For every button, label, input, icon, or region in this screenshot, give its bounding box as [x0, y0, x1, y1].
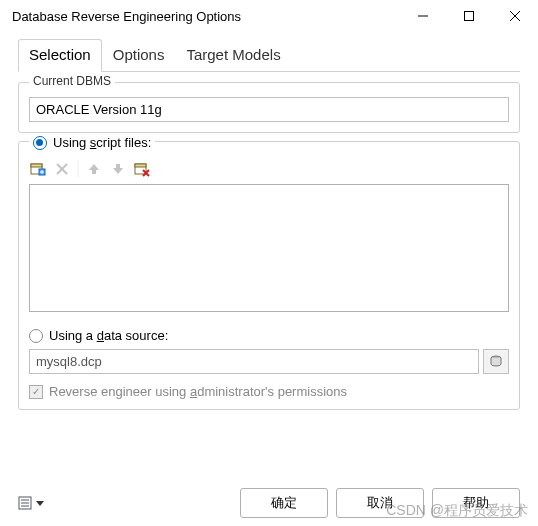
- script-files-label: Using script files:: [53, 135, 151, 150]
- database-icon: [489, 355, 503, 369]
- move-down-icon[interactable]: [109, 160, 127, 178]
- footer-menu[interactable]: [18, 495, 44, 511]
- options-menu-icon: [18, 495, 34, 511]
- data-source-input[interactable]: mysql8.dcp: [29, 349, 479, 374]
- ok-button[interactable]: 确定: [240, 488, 328, 518]
- cancel-button[interactable]: 取消: [336, 488, 424, 518]
- script-files-radio-row[interactable]: Using script files:: [29, 135, 155, 150]
- help-button[interactable]: 帮助: [432, 488, 520, 518]
- dropdown-arrow-icon: [36, 499, 44, 507]
- script-file-list[interactable]: [29, 184, 509, 312]
- window-title: Database Reverse Engineering Options: [12, 9, 400, 24]
- window-controls: [400, 0, 538, 32]
- data-source-label: Using a data source:: [49, 328, 168, 343]
- current-dbms-group: Current DBMS ORACLE Version 11g: [18, 82, 520, 133]
- svg-rect-1: [465, 12, 474, 21]
- tab-selection[interactable]: Selection: [18, 39, 102, 72]
- footer-buttons: 确定 取消 帮助: [240, 488, 520, 518]
- footer: 确定 取消 帮助: [0, 488, 538, 518]
- admin-permissions-row: ✓ Reverse engineer using administrator's…: [29, 384, 509, 399]
- data-source-radio-row[interactable]: Using a data source:: [29, 328, 509, 343]
- current-dbms-value: ORACLE Version 11g: [29, 97, 509, 122]
- current-dbms-legend: Current DBMS: [29, 74, 115, 88]
- radio-unselected-icon: [29, 329, 43, 343]
- separator: [77, 160, 79, 178]
- svg-rect-13: [135, 164, 146, 167]
- tab-bar: Selection Options Target Models: [18, 38, 520, 72]
- delete-icon[interactable]: [53, 160, 71, 178]
- add-file-icon[interactable]: [29, 160, 47, 178]
- admin-permissions-label: Reverse engineer using administrator's p…: [49, 384, 347, 399]
- clear-list-icon[interactable]: [133, 160, 151, 178]
- close-button[interactable]: [492, 0, 538, 32]
- move-up-icon[interactable]: [85, 160, 103, 178]
- source-group: Using script files:: [18, 141, 520, 410]
- minimize-button[interactable]: [400, 0, 446, 32]
- browse-button[interactable]: [483, 349, 509, 374]
- radio-selected-icon: [33, 136, 47, 150]
- script-toolbar: [29, 160, 509, 178]
- client-area: Selection Options Target Models Current …: [0, 32, 538, 428]
- checkbox-checked-disabled-icon: ✓: [29, 385, 43, 399]
- titlebar: Database Reverse Engineering Options: [0, 0, 538, 32]
- svg-rect-5: [31, 164, 42, 167]
- tab-options[interactable]: Options: [102, 39, 176, 72]
- maximize-button[interactable]: [446, 0, 492, 32]
- tab-target-models[interactable]: Target Models: [175, 39, 291, 72]
- data-source-row: mysql8.dcp: [29, 349, 509, 374]
